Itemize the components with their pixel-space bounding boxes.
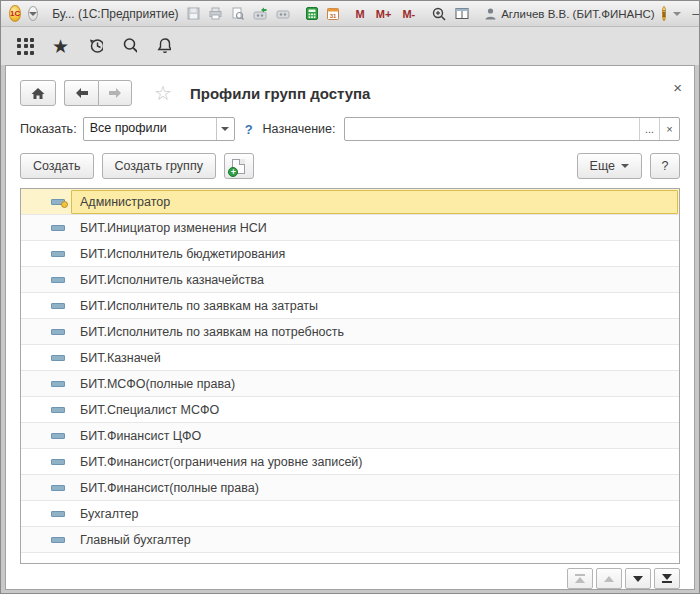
scale-m-plus-button[interactable]: M+ <box>374 8 394 20</box>
history-icon[interactable] <box>87 38 103 54</box>
calendar-icon[interactable]: 31 <box>326 6 340 22</box>
close-form-button[interactable]: × <box>673 80 682 95</box>
list-navigation <box>20 568 680 589</box>
forward-button[interactable] <box>98 80 132 106</box>
arrow-right-icon <box>107 87 123 99</box>
list-item[interactable]: БИТ.Финансист ЦФО <box>21 423 679 449</box>
list-item[interactable]: БИТ.Специалист МСФО <box>21 397 679 423</box>
row-gutter <box>21 293 51 318</box>
app-window: 1С Бу... (1С:Предприятие) 31 M M+ M- <box>0 0 700 594</box>
list-item[interactable]: БИТ.Исполнитель по заявкам на потребност… <box>21 319 679 345</box>
collapse-chevron-icon[interactable] <box>673 12 681 16</box>
row-gutter <box>21 267 51 292</box>
more-actions-button[interactable]: Еще <box>577 153 642 179</box>
list-item[interactable]: БИТ.Финансист(ограничения на уровне запи… <box>21 449 679 475</box>
list-item[interactable]: БИТ.Финансист(полные права) <box>21 475 679 501</box>
list-item[interactable]: БИТ.Исполнитель по заявкам на затраты <box>21 293 679 319</box>
favorite-star-icon[interactable]: ☆ <box>154 81 172 105</box>
favorites-icon[interactable]: ★ <box>52 37 69 56</box>
row-gutter <box>21 371 51 396</box>
profile-name: БИТ.Исполнитель по заявкам на потребност… <box>71 320 678 344</box>
profile-item-icon <box>51 199 65 205</box>
scale-m-button[interactable]: M <box>354 8 367 20</box>
row-gutter <box>21 475 51 500</box>
search-icon[interactable] <box>121 38 137 54</box>
user-name: Агличев В.В. (БИТ.ФИНАНС) <box>501 8 654 20</box>
purpose-field: ... × <box>344 117 680 141</box>
filter-help-link[interactable]: ? <box>241 122 257 137</box>
print-preview-icon[interactable] <box>230 6 245 22</box>
chevron-down-icon <box>29 12 37 16</box>
profile-name: Администратор <box>71 190 678 214</box>
create-button[interactable]: Создать <box>20 153 94 179</box>
panel-toolbar: ★ <box>1 27 699 65</box>
more-label: Еще <box>590 159 615 173</box>
profile-item-icon <box>51 407 65 413</box>
scale-m-minus-button[interactable]: M- <box>400 8 417 20</box>
profile-item-icon <box>51 303 65 309</box>
help-button[interactable]: ? <box>650 153 680 179</box>
row-gutter <box>21 189 51 214</box>
os-titlebar: 1С Бу... (1С:Предприятие) 31 M M+ M- <box>1 1 699 27</box>
command-bar: Создать Создать группу + Еще ? <box>20 152 680 180</box>
home-button[interactable] <box>20 80 56 106</box>
first-bar-icon <box>575 574 585 576</box>
show-filter-select[interactable]: Все профили <box>83 117 235 141</box>
list-item-partial[interactable] <box>21 553 679 564</box>
main-menu-button[interactable] <box>28 6 38 21</box>
copy-item-button[interactable]: + <box>224 153 254 179</box>
go-first-button[interactable] <box>567 568 593 589</box>
list-item[interactable]: Главный бухгалтер <box>21 527 679 553</box>
go-down-button[interactable] <box>625 568 651 589</box>
modified-marker-icon <box>61 201 68 208</box>
profile-name: БИТ.Исполнитель бюджетирования <box>71 242 678 266</box>
notifications-bell-icon[interactable] <box>155 38 171 54</box>
list-item[interactable]: БИТ.Исполнитель бюджетирования <box>21 241 679 267</box>
purpose-filter-label: Назначение: <box>263 122 336 136</box>
copy-document-icon: + <box>232 159 245 174</box>
back-button[interactable] <box>64 80 98 106</box>
row-gutter <box>21 215 51 240</box>
combo-dropdown-button[interactable] <box>216 118 234 140</box>
access-profiles-form: × ☆ Профили групп доступа Показать: Все … <box>5 65 695 590</box>
save-icon[interactable] <box>186 6 201 22</box>
info-icon[interactable]: i <box>662 6 667 21</box>
go-last-button[interactable] <box>654 568 680 589</box>
profile-name: БИТ.Специалист МСФО <box>71 398 678 422</box>
print-icon[interactable] <box>208 6 223 22</box>
list-item[interactable]: БИТ.Казначей <box>21 345 679 371</box>
home-icon <box>30 86 46 101</box>
list-item[interactable]: БИТ.Инициатор изменения НСИ <box>21 215 679 241</box>
all-functions-menu-icon[interactable] <box>17 38 34 55</box>
receive-exchange-icon[interactable] <box>275 6 291 22</box>
list-item[interactable]: БИТ.Исполнитель казначейства <box>21 267 679 293</box>
plus-icon: + <box>228 167 238 177</box>
calculator-icon[interactable] <box>305 6 319 22</box>
profile-name: БИТ.Исполнитель казначейства <box>71 268 678 292</box>
show-filter-value: Все профили <box>84 118 216 140</box>
profile-list[interactable]: АдминистраторБИТ.Инициатор изменения НСИ… <box>20 188 680 564</box>
go-up-button[interactable] <box>596 568 622 589</box>
minimize-button[interactable]: – <box>688 6 700 21</box>
current-user[interactable]: Агличев В.В. (БИТ.ФИНАНС) <box>484 7 654 20</box>
create-group-button[interactable]: Создать группу <box>102 153 216 179</box>
send-exchange-icon[interactable] <box>252 6 268 22</box>
chevron-down-icon <box>221 127 229 131</box>
clear-button[interactable]: × <box>659 118 679 140</box>
profile-name: БИТ.Финансист(ограничения на уровне запи… <box>71 450 678 474</box>
list-item[interactable]: Бухгалтер <box>21 501 679 527</box>
last-bar-icon <box>662 581 672 583</box>
profile-name: БИТ.МСФО(полные права) <box>71 372 678 396</box>
zoom-icon[interactable] <box>431 6 447 22</box>
profile-item-icon <box>51 459 65 465</box>
list-item[interactable]: БИТ.МСФО(полные права) <box>21 371 679 397</box>
list-item[interactable]: Администратор <box>21 189 679 215</box>
split-window-icon[interactable] <box>454 6 470 22</box>
arrow-left-icon <box>74 87 90 99</box>
profile-name: БИТ.Исполнитель по заявкам на затраты <box>71 294 678 318</box>
profile-item-icon <box>51 485 65 491</box>
triangle-up-icon <box>604 576 614 582</box>
choose-button[interactable]: ... <box>639 118 659 140</box>
purpose-input[interactable] <box>345 118 639 140</box>
row-gutter <box>21 345 51 370</box>
